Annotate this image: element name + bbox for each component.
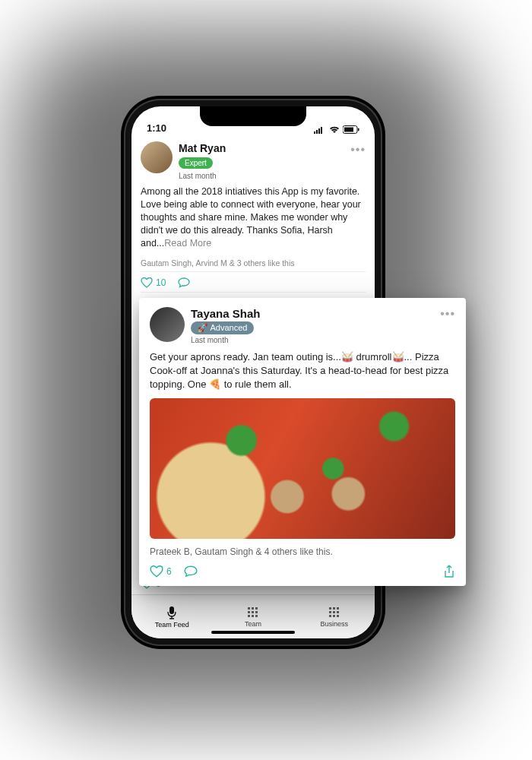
grid-icon xyxy=(247,606,259,619)
home-indicator[interactable] xyxy=(211,631,295,634)
svg-rect-19 xyxy=(329,607,331,610)
post-timestamp: Last month xyxy=(191,336,434,344)
share-button[interactable] xyxy=(443,565,455,578)
svg-rect-3 xyxy=(321,127,322,134)
post-header: Tayana Shah 🚀 Advanced Last month ••• xyxy=(150,307,455,344)
like-button[interactable]: 10 xyxy=(141,277,166,289)
comment-button[interactable] xyxy=(178,277,190,288)
likes-summary[interactable]: Gautam Singh, Arvind M & 3 others like t… xyxy=(141,258,366,268)
svg-rect-16 xyxy=(248,615,250,617)
post-actions: 6 xyxy=(150,562,455,578)
comment-button[interactable] xyxy=(184,565,198,578)
svg-rect-21 xyxy=(337,607,339,610)
post-author[interactable]: Tayana Shah xyxy=(191,307,434,320)
svg-rect-1 xyxy=(316,130,318,134)
post-actions: 10 xyxy=(141,271,366,293)
svg-rect-7 xyxy=(169,606,174,614)
expert-badge: Expert xyxy=(179,157,213,169)
avatar[interactable] xyxy=(150,307,185,342)
likes-summary[interactable]: Prateek B, Gautam Singh & 4 others like … xyxy=(150,546,455,557)
advanced-badge: 🚀 Advanced xyxy=(191,321,254,334)
more-icon[interactable]: ••• xyxy=(440,307,455,321)
status-icons xyxy=(314,125,359,134)
signal-icon xyxy=(314,126,326,134)
svg-rect-27 xyxy=(337,615,339,617)
post-timestamp: Last month xyxy=(179,171,344,182)
svg-rect-5 xyxy=(344,128,353,132)
svg-rect-20 xyxy=(333,607,335,610)
comment-icon xyxy=(178,277,190,288)
post-header: Mat Ryan Expert Last month ••• xyxy=(141,141,366,181)
svg-rect-6 xyxy=(358,128,359,131)
badge-label: Advanced xyxy=(210,323,247,332)
svg-rect-18 xyxy=(255,615,258,617)
comment-icon xyxy=(184,565,198,578)
read-more-link[interactable]: Read More xyxy=(164,238,211,249)
more-icon[interactable]: ••• xyxy=(350,141,366,158)
svg-rect-26 xyxy=(333,615,335,617)
post-author[interactable]: Mat Ryan xyxy=(179,141,344,156)
share-icon xyxy=(443,565,455,578)
avatar[interactable] xyxy=(141,141,173,173)
tab-label: Team Feed xyxy=(155,621,189,629)
status-time: 1:10 xyxy=(147,122,166,134)
heart-icon xyxy=(141,277,153,288)
tab-label: Team xyxy=(245,620,261,628)
phone-notch xyxy=(200,106,306,126)
heart-icon xyxy=(150,565,163,578)
battery-icon xyxy=(343,125,359,134)
like-count: 10 xyxy=(156,277,166,289)
svg-rect-12 xyxy=(255,607,258,610)
svg-rect-17 xyxy=(252,615,254,617)
tab-label: Business xyxy=(320,620,348,628)
grid-icon xyxy=(328,606,340,619)
svg-rect-13 xyxy=(248,611,250,613)
svg-rect-14 xyxy=(252,611,254,613)
post-image[interactable] xyxy=(150,398,455,539)
post-body: Get your aprons ready. Jan team outing i… xyxy=(150,350,455,392)
svg-rect-10 xyxy=(248,607,250,610)
svg-rect-2 xyxy=(318,128,320,134)
like-button[interactable]: 6 xyxy=(150,565,172,578)
post-body: Among all the 2018 intiatives this App i… xyxy=(141,185,366,249)
svg-rect-11 xyxy=(252,607,254,610)
like-count: 6 xyxy=(166,566,172,577)
svg-rect-25 xyxy=(329,615,331,617)
wifi-icon xyxy=(329,126,340,134)
svg-rect-24 xyxy=(337,611,339,613)
svg-rect-23 xyxy=(333,611,335,613)
tab-team-feed[interactable]: Team Feed xyxy=(131,595,213,638)
svg-rect-22 xyxy=(329,611,331,613)
svg-rect-0 xyxy=(314,131,315,134)
mic-icon xyxy=(166,606,178,619)
tab-business[interactable]: Business xyxy=(293,595,375,638)
floating-post-card: Tayana Shah 🚀 Advanced Last month ••• Ge… xyxy=(139,298,466,586)
svg-rect-15 xyxy=(255,611,258,613)
